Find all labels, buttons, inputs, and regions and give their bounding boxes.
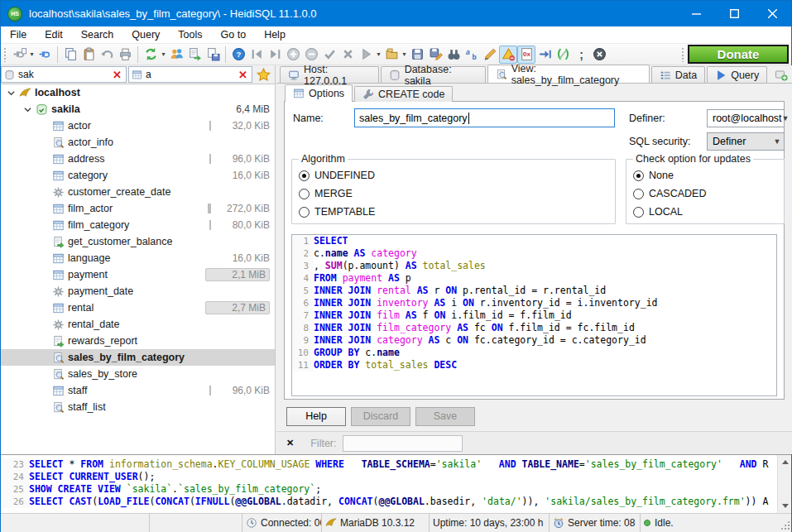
- view-name-input[interactable]: sales_by_film_category: [354, 108, 615, 127]
- favorites-star-icon[interactable]: [257, 68, 271, 82]
- definer-dropdown-icon[interactable]: ▼: [782, 114, 790, 122]
- last-row-button[interactable]: [266, 46, 284, 64]
- tree-item-rental[interactable]: rental2,7 MiB: [1, 300, 275, 316]
- user-manager-button[interactable]: [167, 46, 185, 64]
- menu-item-edit[interactable]: Edit: [36, 26, 72, 44]
- tree-item-rental_date[interactable]: rental_date: [1, 316, 275, 333]
- discard-button[interactable]: Discard: [351, 407, 410, 426]
- subtab-create-code[interactable]: CREATE code: [354, 86, 453, 102]
- table-filter-input[interactable]: a ✕: [128, 66, 252, 83]
- database-filter-clear-icon[interactable]: ✕: [111, 69, 123, 81]
- load-sql-dropdown-arrow[interactable]: ▾: [401, 50, 408, 58]
- sql-security-dropdown-icon[interactable]: ▼: [770, 137, 784, 146]
- tree-item-category[interactable]: category16,0 KiB: [1, 167, 275, 184]
- tree-item-get_customer_balance[interactable]: get_customer_balance: [1, 233, 275, 250]
- tree-item-payment[interactable]: payment2,1 MiB: [1, 266, 275, 283]
- cancel-editing-button[interactable]: [338, 46, 357, 64]
- check-option-option-none[interactable]: None: [633, 166, 777, 185]
- hex-literals-toggle[interactable]: 0x: [517, 46, 535, 64]
- check-option-option-local[interactable]: LOCAL: [633, 203, 777, 221]
- print-button[interactable]: [116, 46, 134, 64]
- expander-chevron-icon[interactable]: [21, 106, 34, 113]
- bind-parameters-toggle[interactable]: [499, 46, 517, 64]
- check-option-option-cascaded[interactable]: CASCADED: [633, 185, 777, 203]
- tab-host-127-0-0-1[interactable]: Host: 127.0.0.1: [280, 66, 379, 83]
- tree-item-payment_date[interactable]: payment_date: [1, 283, 275, 300]
- tree-item-film_actor[interactable]: film_actor272,0 KiB: [1, 200, 275, 217]
- reformat-sql-button[interactable]: [554, 46, 572, 64]
- tree-item-customer_create_date[interactable]: customer_create_date: [1, 184, 275, 200]
- tab-query[interactable]: Query: [707, 66, 767, 83]
- export-database-button[interactable]: [185, 46, 204, 64]
- subtab-options[interactable]: Options: [285, 84, 353, 102]
- tab-database-sakila[interactable]: Database: sakila: [381, 66, 486, 83]
- tree-item-rewards_report[interactable]: rewards_report: [1, 333, 275, 349]
- scroll-down-icon[interactable]: [778, 499, 792, 513]
- help-button[interactable]: Help: [286, 407, 346, 426]
- algorithm-option-merge[interactable]: MERGE: [299, 185, 608, 203]
- close-button[interactable]: [753, 1, 791, 26]
- stop-button[interactable]: [590, 46, 608, 64]
- tree-item-actor[interactable]: actor32,0 KiB: [1, 117, 275, 134]
- undo-button[interactable]: [98, 46, 116, 64]
- post-changes-button[interactable]: [320, 46, 338, 64]
- menu-item-search[interactable]: Search: [72, 26, 123, 44]
- expander-chevron-icon[interactable]: [4, 89, 17, 97]
- tree-item-sakila[interactable]: sakila6,4 MiB: [1, 101, 275, 117]
- log-scrollbar[interactable]: [777, 455, 791, 513]
- session-dropdown-arrow[interactable]: ▾: [28, 50, 36, 58]
- delete-row-button[interactable]: [302, 46, 320, 64]
- goto-next-button[interactable]: [535, 46, 554, 64]
- sql-log-lines[interactable]: 23SELECT * FROM information_schema.KEY_C…: [1, 458, 777, 508]
- view-body-editor[interactable]: 1SELECT2c.name AS category3, SUM(p.amoun…: [291, 234, 777, 396]
- table-filter-value[interactable]: a: [142, 69, 237, 80]
- tab-view-sales-by-film-category[interactable]: View: sales_by_film_category: [487, 65, 650, 83]
- tree-item-address[interactable]: address96,0 KiB: [1, 151, 275, 167]
- scroll-up-icon[interactable]: [778, 455, 792, 469]
- definer-combobox[interactable]: root@localhost▼: [707, 109, 785, 127]
- radio-icon[interactable]: [633, 207, 644, 218]
- reformat-pen-button[interactable]: [481, 46, 499, 64]
- tab-data[interactable]: Data: [651, 66, 705, 83]
- copy-button[interactable]: [61, 46, 79, 64]
- tree-item-sales_by_film_category[interactable]: sales_by_film_category: [1, 349, 275, 366]
- find-button[interactable]: [444, 46, 463, 64]
- save-button[interactable]: Save: [415, 407, 475, 426]
- table-tools-button[interactable]: [204, 46, 222, 64]
- radio-icon[interactable]: [633, 170, 644, 181]
- help-button[interactable]: ?: [229, 46, 247, 64]
- find-replace-button[interactable]: ab: [463, 46, 481, 64]
- tree-item-film_category[interactable]: film_category80,0 KiB: [1, 217, 275, 233]
- save-sql-as-button[interactable]: [426, 46, 444, 64]
- algorithm-option-undefined[interactable]: UNDEFINED: [299, 166, 608, 185]
- first-row-button[interactable]: [247, 46, 266, 64]
- toolbar-grip[interactable]: [3, 47, 7, 62]
- insert-row-button[interactable]: [284, 46, 302, 64]
- menu-item-query[interactable]: Query: [122, 26, 169, 44]
- tree-item-actor_info[interactable]: actor_info: [1, 134, 275, 151]
- menu-item-tools[interactable]: Tools: [169, 26, 211, 44]
- filter-input[interactable]: [343, 435, 463, 452]
- table-filter-clear-icon[interactable]: ✕: [237, 69, 249, 81]
- tree-item-staff[interactable]: staff96,0 KiB: [1, 382, 275, 399]
- tree-item-sales_by_store[interactable]: sales_by_store: [1, 366, 275, 382]
- donate-button[interactable]: Donate: [688, 45, 789, 64]
- algorithm-option-temptable[interactable]: TEMPTABLE: [299, 203, 608, 221]
- minimize-button[interactable]: [677, 1, 715, 26]
- tree-item-localhost[interactable]: localhost: [1, 84, 275, 101]
- database-filter-value[interactable]: sak: [15, 69, 111, 80]
- menu-item-help[interactable]: Help: [255, 26, 295, 44]
- menu-item-go-to[interactable]: Go to: [212, 26, 256, 44]
- execute-sql-button[interactable]: [357, 46, 375, 64]
- radio-icon[interactable]: [299, 189, 310, 199]
- menu-item-file[interactable]: File: [1, 26, 36, 44]
- radio-icon[interactable]: [633, 189, 644, 199]
- tree-item-staff_list[interactable]: staff_list: [1, 399, 275, 415]
- tree-item-language[interactable]: language16,0 KiB: [1, 250, 275, 266]
- execute-dropdown-arrow[interactable]: ▾: [375, 50, 382, 58]
- sql-security-combobox[interactable]: Definer▼: [707, 132, 785, 151]
- database-filter-input[interactable]: sak ✕: [1, 66, 127, 83]
- disconnect-button[interactable]: [36, 46, 54, 64]
- session-manager-button[interactable]: [10, 46, 28, 64]
- semicolon-delimiter-button[interactable]: ;: [572, 46, 590, 64]
